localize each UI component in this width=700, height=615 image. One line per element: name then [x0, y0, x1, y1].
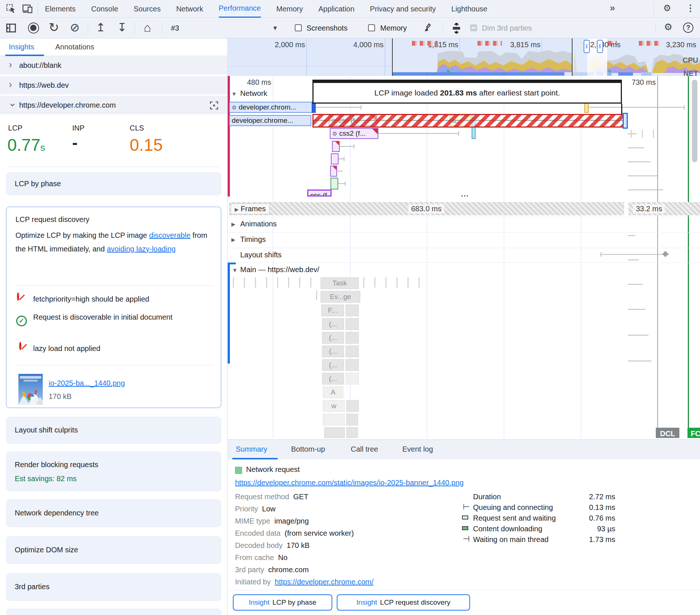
network-request-bar[interactable]: developer.chrome... — [229, 115, 311, 126]
dim-3rd-parties-checkbox[interactable] — [470, 24, 477, 31]
tab-console[interactable]: Console — [91, 0, 118, 18]
device-toolbar-icon[interactable] — [22, 4, 33, 15]
origin-row-web-dev[interactable]: › https://web.dev — [0, 76, 227, 95]
more-tabs-icon[interactable]: » — [610, 2, 615, 14]
main-task-bar[interactable]: (... — [322, 373, 344, 385]
main-task-bar[interactable] — [346, 359, 359, 371]
network-request-bar[interactable] — [330, 178, 338, 190]
main-task-bar[interactable] — [346, 318, 359, 330]
triangle-down-icon[interactable]: ▼ — [232, 267, 238, 273]
record-icon[interactable] — [28, 22, 39, 34]
network-request-bar[interactable]: ⚙ css2 (f... — [330, 128, 378, 139]
memory-checkbox[interactable] — [368, 24, 375, 31]
avoiding-lazy-loading-link[interactable]: avoiding lazy-loading — [107, 245, 176, 253]
main-task-bar[interactable] — [346, 305, 359, 316]
tab-lighthouse[interactable]: Lighthouse — [451, 0, 487, 18]
lcp-image-file-link[interactable]: io-2025-ba..._1440.png — [49, 379, 125, 388]
origin-row-about-blank[interactable]: › about://blank — [0, 56, 227, 75]
garbage-collect-brush-icon[interactable] — [423, 22, 434, 35]
main-task-bar[interactable] — [324, 427, 345, 438]
main-task-bar[interactable] — [346, 373, 359, 385]
triangle-right-icon[interactable]: ▶ — [231, 221, 235, 227]
overflow-indicator[interactable]: ⋯ — [461, 191, 469, 201]
field-trace-icon[interactable] — [209, 101, 219, 112]
tab-performance[interactable]: Performance — [219, 0, 261, 18]
dcl-marker-badge[interactable]: DCL — [656, 428, 679, 438]
inspect-icon[interactable] — [6, 4, 16, 15]
flame-chart[interactable]: 480 ms 530 ms 580 ms 630 ms 680 ms 730 m… — [228, 76, 700, 438]
tab-elements[interactable]: Elements — [45, 0, 76, 18]
tab-call-tree[interactable]: Call tree — [351, 445, 378, 454]
insight-card-optimize-dom-size[interactable]: Optimize DOM size — [6, 536, 221, 564]
insight-card-layout-shift-culprits[interactable]: Layout shift culprits — [6, 417, 221, 444]
network-request-bar[interactable]: css (f — [307, 190, 332, 197]
fcp-marker-badge[interactable]: FC — [687, 428, 700, 438]
settings-gear-icon[interactable]: ⚙ — [664, 21, 672, 33]
main-task-bar[interactable] — [346, 332, 359, 344]
tab-summary[interactable]: Summary — [236, 445, 267, 454]
tab-network[interactable]: Network — [176, 0, 203, 18]
layout-shift-diamond[interactable] — [662, 251, 669, 257]
main-task-bar[interactable]: (... — [322, 345, 344, 357]
main-thread-track-label[interactable]: Main — https://web.dev/ — [240, 265, 319, 274]
insight-card-network-dependency-tree[interactable]: Network dependency tree — [6, 499, 221, 527]
main-task-bar[interactable]: Task — [321, 277, 359, 289]
main-task-bar[interactable]: F... — [321, 305, 344, 316]
settings-gear-icon[interactable]: ⚙ — [663, 3, 671, 13]
network-request-bar[interactable] — [331, 153, 339, 164]
main-task-bar[interactable] — [346, 427, 358, 438]
triangle-down-icon[interactable]: ▼ — [231, 91, 237, 97]
network-request-bar[interactable] — [332, 141, 340, 152]
dock-panel-icon[interactable] — [6, 23, 16, 35]
main-task-bar[interactable]: w — [323, 400, 345, 412]
kebab-menu-icon[interactable]: ⋮ — [686, 3, 695, 13]
tab-annotations[interactable]: Annotations — [55, 43, 94, 51]
main-task-bar[interactable]: Ev...ge — [321, 291, 360, 303]
network-track-label[interactable]: Network — [240, 89, 267, 98]
main-task-bar[interactable]: A — [323, 386, 343, 398]
screenshots-checkbox[interactable] — [295, 24, 302, 31]
origin-row-developer-chrome[interactable]: ⌄ https://developer.chrome.com — [0, 96, 227, 115]
collapse-tracks-icon[interactable] — [451, 22, 462, 35]
insight-lcp-by-phase-button[interactable]: InsightLCP by phase — [233, 594, 332, 611]
tab-insights[interactable]: Insights — [9, 43, 34, 51]
main-task-bar[interactable] — [346, 400, 359, 412]
insight-card-render-blocking[interactable]: Render blocking requests Est savings: 82… — [6, 451, 221, 491]
history-select[interactable]: #3 — [171, 24, 179, 32]
main-task-bar[interactable] — [323, 414, 345, 425]
help-icon[interactable]: ? — [683, 22, 693, 33]
insight-lcp-request-discovery-button[interactable]: InsightLCP request discovery — [337, 594, 470, 611]
tab-bottom-up[interactable]: Bottom-up — [291, 445, 325, 454]
insight-card-lcp-request-discovery[interactable]: LCP request discovery Optimize LCP by ma… — [6, 206, 221, 408]
main-task-bar[interactable]: (... — [322, 318, 344, 330]
network-request-bar[interactable] — [330, 166, 337, 177]
main-task-bar[interactable] — [346, 345, 359, 357]
discoverable-link[interactable]: discoverable — [149, 231, 190, 239]
timings-track-label[interactable]: Timings — [240, 235, 266, 244]
main-task-bar[interactable] — [346, 414, 358, 425]
selection-handle-right[interactable]: ‖ — [597, 40, 603, 53]
selected-request-end-cap[interactable] — [623, 113, 628, 129]
vertical-scrollbar[interactable] — [692, 80, 697, 162]
triangle-right-icon[interactable]: ▶ — [231, 237, 235, 243]
lcp-request-hatched-overlay[interactable] — [312, 114, 624, 128]
tab-sources[interactable]: Sources — [134, 0, 161, 18]
main-task-bar[interactable]: (... — [322, 359, 344, 371]
tab-application[interactable]: Application — [318, 0, 354, 18]
home-icon[interactable]: ⌂ — [144, 21, 151, 35]
animations-track-label[interactable]: Animations — [240, 220, 277, 228]
insight-card-partial[interactable] — [6, 608, 221, 615]
request-url-link[interactable]: https://developer.chrome.com/static/imag… — [235, 479, 463, 487]
clear-icon[interactable]: ⊘ — [70, 21, 80, 34]
tab-privacy-and-security[interactable]: Privacy and security — [370, 0, 436, 18]
frames-track-header[interactable]: ▶ Frames — [231, 204, 270, 214]
tab-memory[interactable]: Memory — [276, 0, 303, 18]
reload-record-icon[interactable]: ↻ — [49, 20, 59, 35]
network-request-bar[interactable]: ⚙ developer.chrom... — [229, 102, 312, 113]
timeline-overview[interactable]: 2,000 ms 4,000 ms 1,815 ms 3,815 ms — [228, 38, 700, 76]
main-task-bar[interactable]: (... — [322, 332, 344, 344]
upload-profile-icon[interactable]: ↥ — [96, 21, 105, 34]
triangle-right-icon[interactable]: ▶ — [235, 206, 239, 212]
chevron-down-icon[interactable]: ▾ — [273, 24, 277, 32]
insight-card-3rd-parties[interactable]: 3rd parties — [6, 573, 221, 601]
